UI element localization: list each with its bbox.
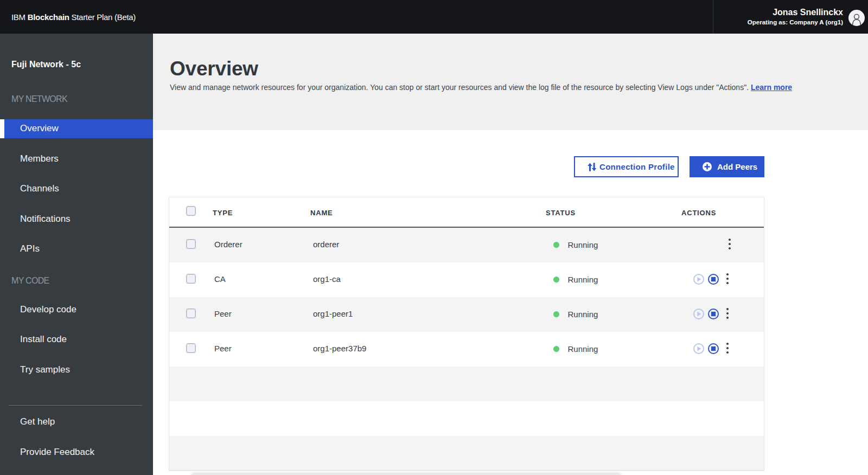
stop-button[interactable] bbox=[708, 343, 719, 354]
brand-plan: Starter Plan (Beta) bbox=[69, 12, 136, 22]
type-cell: Orderer bbox=[213, 240, 310, 249]
sidebar-item-channels[interactable]: Channels bbox=[0, 179, 153, 198]
row-checkbox[interactable] bbox=[186, 309, 196, 318]
row-checkbox[interactable] bbox=[186, 274, 196, 284]
empty-table-row bbox=[169, 367, 764, 401]
connection-profile-button[interactable]: Connection Profile bbox=[574, 156, 679, 177]
type-cell: CA bbox=[213, 274, 310, 284]
row-select-cell bbox=[169, 310, 213, 319]
status-dot-icon bbox=[553, 346, 559, 352]
status-label: Running bbox=[568, 344, 598, 354]
horizontal-scrollbar-thumb[interactable] bbox=[192, 473, 621, 475]
status-cell: Running bbox=[546, 344, 681, 354]
brand-ibm: IBM bbox=[11, 12, 28, 22]
table-row: Peer org1-peer1 Running bbox=[169, 297, 764, 332]
table-row: Peer org1-peer37b9 Running bbox=[169, 332, 764, 367]
brand: IBM Blockchain Starter Plan (Beta) bbox=[11, 0, 136, 34]
start-button[interactable] bbox=[693, 309, 704, 319]
type-cell: Peer bbox=[213, 344, 310, 353]
learn-more-link[interactable]: Learn more bbox=[751, 83, 792, 92]
sidebar-divider bbox=[9, 405, 142, 406]
start-button[interactable] bbox=[693, 343, 704, 354]
user-avatar-icon[interactable] bbox=[848, 10, 865, 26]
row-checkbox[interactable] bbox=[186, 239, 196, 249]
page-description-text: View and manage network resources for yo… bbox=[170, 83, 751, 92]
overflow-menu-button[interactable] bbox=[723, 273, 732, 284]
table-header-row: TYPE NAME STATUS ACTIONS bbox=[169, 197, 764, 228]
column-header-actions: ACTIONS bbox=[681, 209, 764, 217]
status-cell: Running bbox=[546, 275, 681, 284]
empty-table-row bbox=[169, 436, 764, 470]
actions-cell bbox=[681, 344, 764, 355]
status-label: Running bbox=[568, 240, 598, 249]
sidebar-item-overview[interactable]: Overview bbox=[0, 119, 153, 138]
connection-profile-label: Connection Profile bbox=[599, 162, 675, 171]
page-title: Overview bbox=[170, 57, 258, 81]
status-dot-icon bbox=[553, 277, 559, 283]
add-peers-button[interactable]: Add Peers bbox=[690, 156, 764, 177]
row-select-cell bbox=[169, 240, 213, 250]
main-content: Overview View and manage network resourc… bbox=[153, 34, 868, 475]
column-header-status: STATUS bbox=[546, 209, 681, 217]
sidebar-item-members[interactable]: Members bbox=[0, 149, 153, 168]
add-icon bbox=[703, 162, 712, 171]
select-all-checkbox[interactable] bbox=[186, 206, 196, 216]
sidebar-item-install-code[interactable]: Install code bbox=[0, 330, 153, 349]
table-row: Orderer orderer Running bbox=[169, 228, 764, 262]
status-cell: Running bbox=[546, 310, 681, 319]
stop-button[interactable] bbox=[708, 274, 719, 285]
overflow-menu-button[interactable] bbox=[723, 308, 732, 319]
sidebar-item-apis[interactable]: APIs bbox=[0, 240, 153, 259]
stop-button[interactable] bbox=[708, 309, 719, 319]
row-select-cell bbox=[169, 344, 213, 354]
sort-arrows-icon bbox=[588, 163, 597, 171]
table-row: CA org1-ca Running bbox=[169, 262, 764, 297]
row-checkbox[interactable] bbox=[186, 343, 196, 353]
status-dot-icon bbox=[553, 242, 559, 248]
column-header-name: NAME bbox=[310, 209, 546, 217]
network-title: Fuji Network - 5c bbox=[11, 56, 81, 73]
sidebar-item-provide-feedback[interactable]: Provide Feedback bbox=[0, 443, 153, 462]
resources-table: TYPE NAME STATUS ACTIONS Orderer orderer… bbox=[169, 197, 764, 471]
sidebar-section-label: MY NETWORK bbox=[11, 94, 67, 105]
start-button[interactable] bbox=[693, 274, 704, 285]
add-peers-label: Add Peers bbox=[717, 162, 757, 171]
page-description: View and manage network resources for yo… bbox=[170, 82, 792, 93]
page-header-band: Overview View and manage network resourc… bbox=[153, 34, 868, 130]
user-operating-as: Operating as: Company A (org1) bbox=[748, 18, 843, 27]
sidebar-item-try-samples[interactable]: Try samples bbox=[0, 360, 153, 379]
name-cell: org1-peer1 bbox=[310, 309, 546, 318]
select-all-cell bbox=[169, 207, 213, 217]
status-cell: Running bbox=[546, 240, 681, 249]
type-cell: Peer bbox=[213, 309, 310, 318]
user-block[interactable]: Jonas Snellinckx Operating as: Company A… bbox=[748, 0, 843, 34]
user-name: Jonas Snellinckx bbox=[773, 7, 843, 17]
overflow-menu-button[interactable] bbox=[725, 239, 735, 249]
sidebar-item-develop-code[interactable]: Develop code bbox=[0, 300, 153, 319]
status-label: Running bbox=[568, 275, 598, 284]
name-cell: orderer bbox=[310, 240, 546, 249]
sidebar: Fuji Network - 5c MY NETWORKOverviewMemb… bbox=[0, 34, 153, 475]
name-cell: org1-peer37b9 bbox=[310, 344, 546, 353]
header-divider bbox=[713, 0, 713, 34]
sidebar-section-label: MY CODE bbox=[11, 275, 49, 286]
status-label: Running bbox=[568, 310, 598, 319]
overflow-menu-button[interactable] bbox=[723, 343, 732, 354]
empty-table-row bbox=[169, 401, 764, 436]
actions-cell bbox=[681, 309, 764, 320]
column-header-type: TYPE bbox=[213, 209, 310, 217]
actions-cell bbox=[681, 240, 764, 251]
brand-product: Blockchain bbox=[28, 12, 69, 22]
app-header: IBM Blockchain Starter Plan (Beta) Jonas… bbox=[0, 0, 868, 34]
actions-cell bbox=[681, 274, 764, 285]
row-select-cell bbox=[169, 275, 213, 285]
status-dot-icon bbox=[553, 311, 559, 317]
sidebar-item-notifications[interactable]: Notifications bbox=[0, 209, 153, 228]
sidebar-item-get-help[interactable]: Get help bbox=[0, 412, 153, 431]
name-cell: org1-ca bbox=[310, 274, 546, 284]
